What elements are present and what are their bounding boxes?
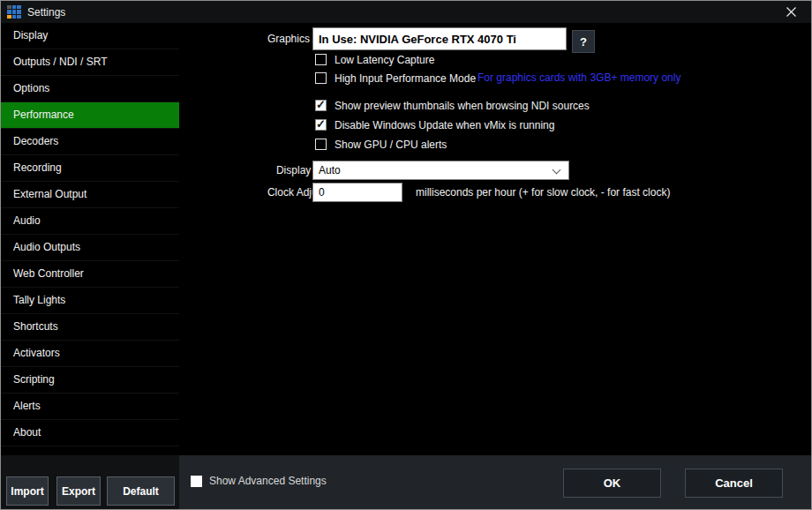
performance-panel: Graphics Adapter: In Use: NVIDIA GeForce… bbox=[179, 23, 811, 455]
logo-square bbox=[12, 5, 17, 10]
disable-windows-update-checkbox[interactable]: ✓ bbox=[315, 119, 327, 131]
sidebar-item-web-controller[interactable]: Web Controller bbox=[1, 261, 179, 288]
vmix-logo-icon bbox=[7, 5, 21, 19]
cancel-button[interactable]: Cancel bbox=[685, 469, 783, 498]
logo-square bbox=[7, 5, 11, 10]
checkbox-row-high-input-performance: ✓ High Input Performance Mode bbox=[315, 71, 476, 85]
checkbox-row-show-preview-thumbnails: ✓ Show preview thumbnails when browsing … bbox=[315, 99, 590, 112]
sidebar-item-audio[interactable]: Audio bbox=[1, 208, 179, 235]
show-advanced-settings-checkbox[interactable] bbox=[191, 476, 202, 487]
logo-square bbox=[12, 15, 17, 19]
sidebar-item-options[interactable]: Options bbox=[1, 76, 179, 102]
graphics-adapter-input[interactable]: In Use: NVIDIA GeForce RTX 4070 Ti bbox=[312, 27, 567, 50]
logo-square bbox=[7, 10, 11, 14]
titlebar: Settings bbox=[1, 1, 811, 23]
chevron-down-icon bbox=[553, 167, 560, 174]
low-latency-capture-checkbox[interactable]: ✓ bbox=[315, 54, 327, 65]
sidebar: Display Outputs / NDI / SRT Options Perf… bbox=[1, 23, 179, 455]
default-button[interactable]: Default bbox=[107, 476, 175, 506]
sidebar-item-audio-outputs[interactable]: Audio Outputs bbox=[1, 235, 179, 261]
ok-button[interactable]: OK bbox=[563, 469, 661, 498]
clock-adjustment-input[interactable]: 0 bbox=[312, 183, 402, 202]
checkbox-label: Show GPU / CPU alerts bbox=[335, 139, 447, 151]
checkbox-row-show-gpu-cpu-alerts: ✓ Show GPU / CPU alerts bbox=[315, 138, 447, 151]
sidebar-item-about[interactable]: About bbox=[1, 420, 179, 446]
import-button[interactable]: Import bbox=[6, 476, 49, 506]
show-advanced-settings-label: Show Advanced Settings bbox=[209, 475, 327, 487]
logo-square bbox=[17, 10, 21, 14]
sidebar-item-display[interactable]: Display bbox=[1, 23, 179, 49]
window-title: Settings bbox=[27, 6, 65, 19]
logo-square bbox=[17, 15, 21, 19]
checkbox-label: High Input Performance Mode bbox=[335, 72, 476, 85]
display-method-value: Auto bbox=[319, 164, 341, 176]
checkbox-row-disable-windows-update: ✓ Disable Windows Update when vMix is ru… bbox=[315, 118, 554, 131]
display-method-select[interactable]: Auto bbox=[312, 161, 569, 180]
sidebar-item-outputs-ndi-srt[interactable]: Outputs / NDI / SRT bbox=[1, 49, 179, 76]
help-button[interactable]: ? bbox=[572, 30, 595, 53]
checkbox-label: Show preview thumbnails when browsing ND… bbox=[335, 100, 590, 112]
show-gpu-cpu-alerts-checkbox[interactable]: ✓ bbox=[315, 139, 327, 150]
bottom-bar: Show Advanced Settings OK Cancel bbox=[179, 455, 811, 509]
checkbox-row-low-latency-capture: ✓ Low Latency Capture bbox=[315, 53, 434, 66]
logo-square bbox=[7, 15, 11, 19]
sidebar-item-activators[interactable]: Activators bbox=[1, 341, 179, 367]
sidebar-item-scripting[interactable]: Scripting bbox=[1, 367, 179, 394]
checkmark-icon: ✓ bbox=[316, 98, 326, 111]
clock-adjustment-note: milliseconds per hour (+ for slow clock,… bbox=[416, 186, 670, 199]
settings-window: Settings Display Outputs / NDI / SRT Opt… bbox=[0, 0, 812, 510]
logo-square bbox=[17, 5, 21, 10]
checkbox-label: Disable Windows Update when vMix is runn… bbox=[335, 119, 554, 131]
sidebar-footer: Import Export Default bbox=[1, 455, 179, 510]
checkmark-icon: ✓ bbox=[316, 117, 326, 131]
memory-note: For graphics cards with 3GB+ memory only bbox=[477, 71, 680, 84]
sidebar-item-external-output[interactable]: External Output bbox=[1, 182, 179, 208]
close-icon bbox=[786, 7, 796, 17]
sidebar-item-tally-lights[interactable]: Tally Lights bbox=[1, 288, 179, 314]
sidebar-item-alerts[interactable]: Alerts bbox=[1, 394, 179, 420]
show-preview-thumbnails-checkbox[interactable]: ✓ bbox=[315, 100, 327, 111]
export-button[interactable]: Export bbox=[56, 476, 101, 506]
close-button[interactable] bbox=[771, 1, 811, 23]
logo-square bbox=[12, 10, 17, 14]
sidebar-item-performance[interactable]: Performance bbox=[1, 102, 179, 129]
high-input-performance-checkbox[interactable]: ✓ bbox=[315, 72, 327, 84]
sidebar-item-recording[interactable]: Recording bbox=[1, 155, 179, 182]
checkbox-label: Low Latency Capture bbox=[335, 54, 434, 66]
sidebar-item-decoders[interactable]: Decoders bbox=[1, 129, 179, 155]
sidebar-item-shortcuts[interactable]: Shortcuts bbox=[1, 314, 179, 341]
